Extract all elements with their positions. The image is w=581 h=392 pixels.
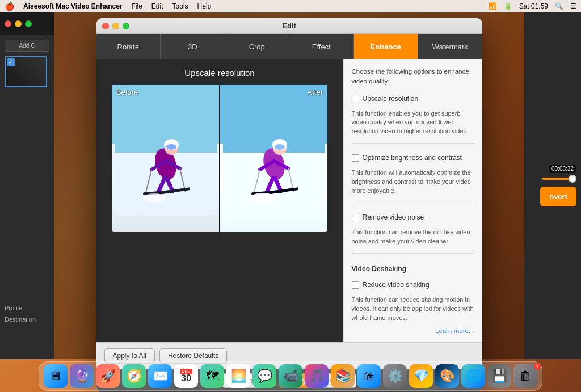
modal-overlay: Edit Rotate 3D Crop Effect Enhance Water…: [54, 12, 524, 359]
options-description: Choose the following options to enhance …: [352, 67, 474, 87]
tab-rotate[interactable]: Rotate: [96, 34, 161, 59]
volume-slider[interactable]: [542, 178, 576, 180]
optimize-brightness-label: Optimize brightness and contrast: [363, 154, 462, 162]
tab-3d[interactable]: 3D: [161, 34, 225, 59]
preview-title: Upscale resolution: [184, 68, 254, 78]
thumbnail-checkbox[interactable]: ✓: [7, 58, 15, 66]
help-menu[interactable]: Help: [197, 2, 212, 10]
edit-modal: Edit Rotate 3D Crop Effect Enhance Water…: [96, 18, 482, 392]
divider-3: [352, 253, 474, 254]
menubar-wifi-icon[interactable]: 📶: [489, 2, 497, 10]
optimize-brightness-checkbox[interactable]: [352, 154, 359, 162]
right-panel: 00:03:32 nvert: [524, 12, 581, 359]
dock-icon-photos[interactable]: 🌅: [226, 364, 250, 388]
edit-menu[interactable]: Edit: [151, 2, 163, 10]
upscale-resolution-row: Upscale resolution: [352, 95, 474, 103]
apply-to-all-button[interactable]: Apply to All: [104, 348, 155, 363]
upscale-resolution-label: Upscale resolution: [363, 95, 419, 103]
modal-titlebar: Edit: [96, 18, 482, 34]
svg-point-14: [143, 193, 166, 203]
convert-button[interactable]: nvert: [540, 187, 576, 206]
before-skier-svg: [115, 102, 217, 215]
reduce-shaking-checkbox[interactable]: [352, 281, 359, 289]
upscale-resolution-checkbox[interactable]: [352, 95, 359, 102]
dock-icon-facetime[interactable]: 📹: [279, 364, 302, 388]
modal-maximize-button[interactable]: [123, 23, 129, 29]
dock-icon-sketch[interactable]: 💎: [409, 364, 433, 388]
tab-effect[interactable]: Effect: [289, 34, 354, 59]
menubar-search-icon[interactable]: 🔍: [555, 2, 563, 10]
after-label: After: [308, 88, 323, 96]
svg-point-29: [250, 193, 275, 203]
modal-minimize-button[interactable]: [112, 23, 119, 29]
maximize-traffic-light[interactable]: [25, 20, 32, 27]
preview-before-panel: Before: [112, 85, 219, 232]
file-menu[interactable]: File: [132, 2, 142, 10]
before-label: Before: [116, 88, 138, 96]
modal-tabs: Rotate 3D Crop Effect Enhance Watermark: [96, 34, 482, 59]
after-image: [220, 85, 327, 232]
dock-icon-maps[interactable]: 🗺: [200, 364, 224, 388]
close-traffic-light[interactable]: [5, 20, 11, 27]
modal-bottom-actions: Apply to All Restore Defaults: [104, 348, 228, 363]
dock-icon-network[interactable]: 🌐: [461, 364, 485, 388]
remove-noise-checkbox[interactable]: [352, 214, 359, 221]
dock-icon-mail[interactable]: ✉️: [148, 364, 172, 388]
modal-close-button[interactable]: [102, 23, 109, 29]
dock-icon-safari[interactable]: 🧭: [122, 364, 146, 388]
preview-area: Upscale resolution: [96, 59, 343, 342]
profile-label: Profile: [0, 302, 54, 314]
dock-icon-siri[interactable]: 🔮: [70, 364, 94, 388]
dock-icon-photoshop[interactable]: 🎨: [435, 364, 459, 388]
dock-icon-system-prefs[interactable]: ⚙️: [383, 364, 407, 388]
reduce-shaking-desc: This function can reduce shaking motion …: [352, 296, 474, 323]
menubar: 🍎 Aiseesoft Mac Video Enhancer File Edit…: [0, 0, 581, 12]
modal-body: Upscale resolution: [96, 59, 482, 342]
dock-icon-calendar[interactable]: DEC 30: [174, 364, 198, 388]
add-clip-button[interactable]: Add C: [5, 40, 49, 52]
right-panel-controls: 00:03:32 nvert: [524, 160, 581, 211]
dock-icon-launchpad[interactable]: 🚀: [96, 364, 120, 388]
modal-title: Edit: [282, 22, 296, 30]
dock-icon-books[interactable]: 📚: [331, 364, 355, 388]
dock-icon-appstore[interactable]: 🛍 1: [357, 364, 381, 388]
video-time-badge: 00:03:32: [549, 165, 576, 173]
dock-icon-messages[interactable]: 💬: [252, 364, 276, 388]
remove-noise-row: Remove video noise: [352, 213, 474, 221]
tools-menu[interactable]: Tools: [172, 2, 188, 10]
options-panel: Choose the following options to enhance …: [343, 59, 482, 342]
volume-slider-thumb[interactable]: [569, 175, 576, 183]
modal-traffic-lights: [102, 23, 129, 29]
learn-more-link[interactable]: Learn more...: [352, 327, 474, 334]
apple-menu[interactable]: 🍎: [5, 2, 14, 11]
tab-crop[interactable]: Crop: [225, 34, 290, 59]
app-name[interactable]: Aiseesoft Mac Video Enhancer: [23, 2, 123, 10]
optimize-brightness-row: Optimize brightness and contrast: [352, 154, 474, 162]
menubar-battery-icon[interactable]: 🔋: [504, 2, 512, 10]
reduce-shaking-row: Reduce video shaking: [352, 281, 474, 289]
divider-2: [352, 203, 474, 203]
remove-noise-desc: This function can remove the dirt-like v…: [352, 228, 474, 246]
menubar-menu-icon[interactable]: ☰: [570, 2, 576, 10]
reduce-shaking-label: Reduce video shaking: [363, 281, 430, 289]
restore-defaults-button[interactable]: Restore Defaults: [159, 348, 227, 363]
app-sidebar: Add C ✓ Profile Destination: [0, 12, 54, 359]
tab-enhance[interactable]: Enhance: [354, 34, 419, 59]
dock-icon-external-drive[interactable]: 💾: [487, 364, 511, 388]
minimize-traffic-light[interactable]: [15, 20, 22, 27]
dock-icon-music[interactable]: 🎵: [305, 364, 329, 388]
upscale-resolution-desc: This function enables you to get superb …: [352, 109, 474, 137]
tab-watermark[interactable]: Watermark: [418, 34, 482, 59]
dock-icon-finder[interactable]: 🖥: [44, 364, 68, 388]
after-skier-svg: [223, 102, 325, 215]
menubar-clock: Sat 01:59: [519, 2, 548, 10]
preview-after-panel: After: [220, 85, 327, 232]
preview-images: Before: [112, 85, 327, 232]
video-thumbnail[interactable]: ✓: [5, 56, 47, 87]
sidebar-titlebar: [0, 12, 54, 35]
svg-point-5: [166, 144, 176, 150]
svg-point-20: [275, 144, 285, 150]
divider-1: [352, 143, 474, 144]
dock: 🖥 🔮 🚀 🧭 ✉️ DEC 30 🗺 🌅 💬 📹 🎵 📚 🛍 1 ⚙️ 💎 🎨…: [39, 361, 542, 391]
sidebar-content: Add C ✓: [0, 35, 54, 92]
